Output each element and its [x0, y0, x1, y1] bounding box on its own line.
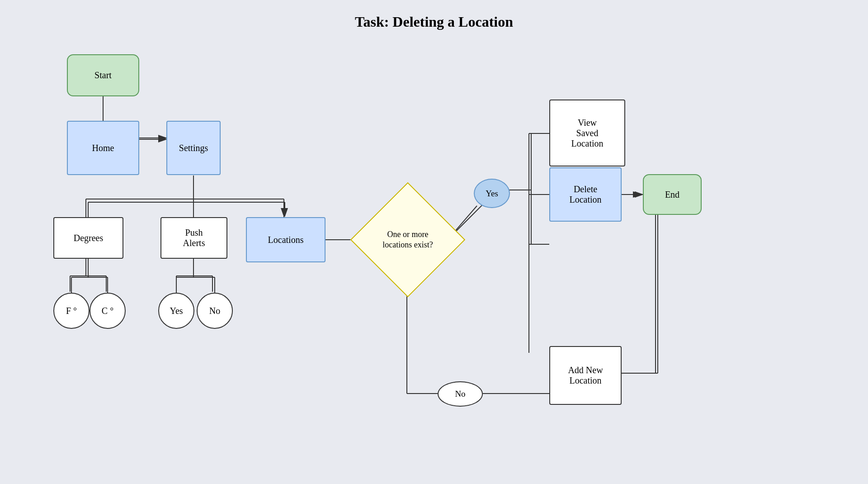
home-node: Home	[67, 121, 139, 175]
start-label: Start	[94, 70, 112, 81]
yes-circle-label: Yes	[486, 189, 498, 199]
yes-circle-node: Yes	[474, 179, 510, 208]
push-alerts-label: Push Alerts	[183, 228, 205, 248]
end-node: End	[643, 174, 702, 215]
push-alerts-node: Push Alerts	[160, 217, 227, 259]
start-node: Start	[67, 54, 139, 96]
add-new-location-node: Add New Location	[549, 346, 622, 405]
c-circle-node: C °	[90, 293, 126, 329]
c-label: C °	[102, 306, 113, 316]
locations-label: Locations	[268, 235, 304, 245]
no-small-label: No	[209, 306, 220, 316]
settings-node: Settings	[166, 121, 221, 175]
view-saved-node: View Saved Location	[549, 100, 625, 166]
page-title: Task: Deleting a Location	[355, 14, 513, 30]
home-label: Home	[92, 143, 114, 153]
delete-location-node: Delete Location	[549, 167, 622, 222]
diamond-node: One or more locations exist?	[367, 199, 448, 280]
diagram-container: Task: Deleting a Location	[0, 0, 868, 484]
yes-small-label: Yes	[170, 306, 183, 316]
yes-small-node: Yes	[158, 293, 194, 329]
f-circle-node: F °	[53, 293, 90, 329]
view-saved-label: View Saved Location	[571, 118, 603, 149]
f-label: F °	[66, 306, 77, 316]
degrees-node: Degrees	[53, 217, 123, 259]
no-circle-label: No	[455, 389, 465, 399]
locations-node: Locations	[246, 217, 326, 262]
no-small-node: No	[197, 293, 233, 329]
add-new-label: Add New Location	[568, 365, 603, 386]
delete-location-label: Delete Location	[569, 184, 601, 205]
settings-label: Settings	[179, 143, 208, 153]
degrees-label: Degrees	[74, 233, 104, 243]
end-label: End	[665, 190, 679, 200]
diamond-label: One or more locations exist?	[367, 199, 448, 280]
no-circle-node: No	[438, 381, 483, 407]
